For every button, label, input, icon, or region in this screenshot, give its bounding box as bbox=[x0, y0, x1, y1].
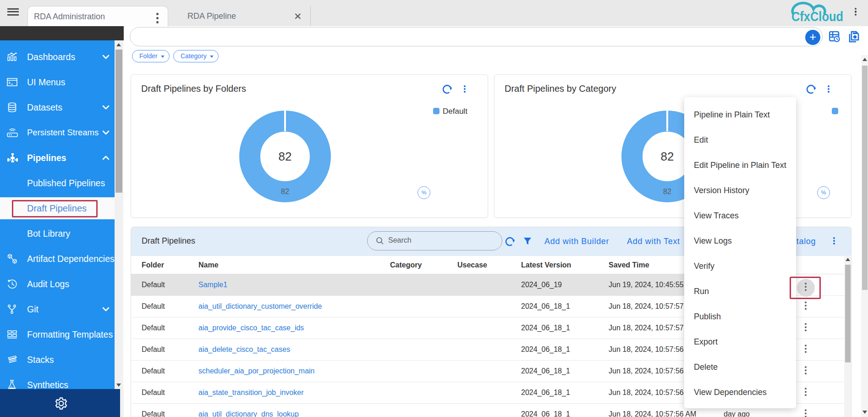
svg-text:CfxCloud: CfxCloud bbox=[791, 9, 843, 24]
svg-text:82: 82 bbox=[663, 188, 671, 195]
svg-text:82: 82 bbox=[661, 150, 674, 163]
svg-text:82: 82 bbox=[279, 150, 292, 163]
svg-text:82: 82 bbox=[281, 188, 289, 195]
